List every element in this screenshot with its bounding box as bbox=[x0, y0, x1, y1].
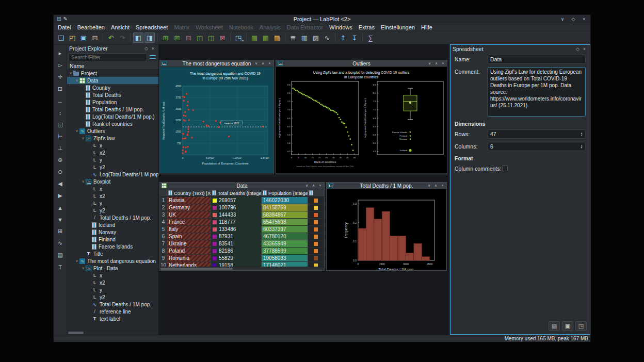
histogram-canvas[interactable]: 0.00.10.20.30150030004500FrequencyTotal … bbox=[327, 189, 446, 270]
subwindow-most-dangerous-equation[interactable]: The most dangerous equation ∨ ∧ × 750150… bbox=[159, 60, 274, 174]
cell-population[interactable]: 65475608 bbox=[262, 219, 308, 225]
explorer-horizontal-scrollbar[interactable] bbox=[67, 331, 158, 335]
columns-spinbox[interactable]: 6 ▲▼ bbox=[488, 142, 586, 151]
cell-extra[interactable] bbox=[308, 240, 324, 247]
menu-hilfe[interactable]: Hilfe bbox=[418, 24, 436, 31]
expand-chevron-icon[interactable]: ∨ bbox=[74, 129, 79, 133]
add-plot-button[interactable]: ⊞ bbox=[56, 227, 65, 235]
restore-icon[interactable]: ∧ bbox=[433, 184, 438, 188]
cell-country[interactable]: Germany bbox=[167, 204, 211, 211]
table-horizontal-scrollbar[interactable] bbox=[160, 267, 324, 270]
subwindow-titlebar[interactable]: Outliers ∨ ∧ × bbox=[276, 60, 447, 67]
menu-notebook[interactable]: Notebook bbox=[226, 24, 256, 31]
close-dock-icon[interactable]: × bbox=[581, 46, 588, 52]
shade-icon[interactable]: ∨ bbox=[427, 61, 432, 65]
expand-chevron-icon[interactable]: ∨ bbox=[68, 71, 73, 75]
spinbox-arrows-icon[interactable]: ▲▼ bbox=[579, 144, 584, 149]
subwindow-outliers[interactable]: Outliers ∨ ∧ × Using Zipf's law and a bo… bbox=[276, 60, 447, 174]
zoom-out-button[interactable]: ⊖ bbox=[56, 168, 65, 176]
row-number[interactable]: 8 bbox=[160, 248, 167, 254]
add-legend-button[interactable]: ▤ bbox=[56, 251, 65, 259]
scrollbar-thumb[interactable] bbox=[160, 268, 233, 270]
tree-item-y[interactable]: Ly bbox=[67, 200, 158, 207]
matrix-grid-button[interactable]: ▦ bbox=[261, 32, 271, 43]
restore-icon[interactable]: ∧ bbox=[261, 61, 265, 65]
expand-chevron-icon[interactable]: ∨ bbox=[81, 266, 86, 270]
expand-chevron-icon[interactable]: ∨ bbox=[74, 259, 79, 263]
cell-total-deaths[interactable]: 133486 bbox=[211, 226, 262, 233]
tree-item-x[interactable]: Lx bbox=[67, 185, 158, 192]
shift-left-button[interactable]: ◀ bbox=[56, 180, 65, 188]
tree-item-boxplot[interactable]: ∨Boxplot bbox=[67, 178, 158, 185]
cell-population[interactable]: 84158769 bbox=[262, 204, 308, 211]
cell-population[interactable]: 46780120 bbox=[262, 233, 308, 240]
cell-country[interactable]: Italy bbox=[167, 226, 211, 233]
tree-item-finland[interactable]: Finland bbox=[67, 236, 158, 243]
rows-spinbox[interactable]: 47 ▲▼ bbox=[488, 129, 586, 139]
tree-item-y[interactable]: Ly bbox=[67, 286, 158, 293]
cell-extra[interactable] bbox=[308, 211, 324, 218]
column-comments-checkbox[interactable] bbox=[502, 166, 508, 171]
tree-item-reference-line[interactable]: /reference line bbox=[67, 308, 158, 315]
tree-item-zipf-s-law[interactable]: ∨Zipf's law bbox=[67, 135, 158, 142]
insert-column-right-button[interactable]: ◫ bbox=[206, 32, 216, 43]
column-header-item[interactable] bbox=[308, 189, 324, 196]
cell-total-deaths[interactable]: 118777 bbox=[211, 219, 262, 225]
row-number[interactable]: 6 bbox=[160, 233, 167, 240]
menu-extras[interactable]: Extras bbox=[356, 24, 378, 31]
search-filter-input[interactable] bbox=[69, 53, 147, 61]
insert-row-above-button[interactable]: ⊞ bbox=[160, 32, 171, 43]
recalculate-button[interactable]: ∿ bbox=[322, 32, 332, 43]
zoom-y-select-button[interactable]: ↕ bbox=[56, 109, 65, 117]
row-statistics-button[interactable]: ≣ bbox=[288, 32, 298, 43]
tree-column-header[interactable]: Name bbox=[67, 62, 158, 70]
cell-total-deaths[interactable]: 100796 bbox=[211, 204, 262, 211]
auto-scale-y-button[interactable]: ⊥ bbox=[56, 144, 65, 152]
tree-item-iceland[interactable]: Iceland bbox=[67, 221, 158, 228]
subwindow-titlebar[interactable]: Data ∨ ∧ × bbox=[160, 183, 324, 189]
menu-worksheet[interactable]: Worksheet bbox=[192, 24, 226, 31]
menu-windows[interactable]: Windows bbox=[326, 24, 356, 31]
cell-population[interactable]: 43365949 bbox=[262, 240, 308, 247]
zoom-x-select-button[interactable]: ↔ bbox=[56, 97, 65, 105]
tree-item-y[interactable]: Ly bbox=[67, 156, 158, 163]
undo-button[interactable]: ↶ bbox=[106, 32, 116, 43]
cell-country[interactable]: Ukraine bbox=[167, 240, 211, 247]
tree-item-faeroe-islands[interactable]: Faeroe Islands bbox=[67, 243, 158, 250]
tree-item-total-deaths-1m-pop[interactable]: Total Deaths / 1M pop. bbox=[67, 106, 158, 113]
titlebar[interactable]: ⊞ ✎ Project — LabPlot <2> ∨ ◇ × bbox=[54, 15, 590, 23]
minimize-button[interactable]: ∨ bbox=[559, 17, 566, 22]
tree-item-plot-data[interactable]: ∨Plot - Data bbox=[67, 265, 158, 272]
remove-columns-button[interactable]: ⊠ bbox=[217, 32, 228, 43]
column-header-population-integer-y[interactable]: Population {Integer} [Y] bbox=[262, 189, 308, 196]
cell-population[interactable]: 146022030 bbox=[262, 197, 308, 204]
tree-item-y2[interactable]: Ly2 bbox=[67, 293, 158, 301]
menu-data-extractor[interactable]: Data Extractor bbox=[284, 24, 326, 31]
tree-item-total-deaths-1m-pop[interactable]: /Total Deaths / 1M pop. bbox=[67, 214, 158, 221]
new-project-button[interactable]: ❏ bbox=[56, 32, 66, 43]
restore-icon[interactable]: ∧ bbox=[311, 184, 316, 188]
remove-rows-button[interactable]: ⊟ bbox=[183, 32, 194, 43]
cell-population[interactable]: 37788599 bbox=[262, 248, 308, 254]
tree-item-log-total-deaths-1-m-pop[interactable]: ∿Log(Total Deaths/1 M pop.) bbox=[67, 171, 158, 178]
shade-icon[interactable]: ∨ bbox=[304, 184, 309, 188]
row-number[interactable]: 4 bbox=[160, 219, 167, 225]
cell-country[interactable]: Romania bbox=[167, 255, 211, 261]
tree-item-text-label[interactable]: Ttext label bbox=[67, 315, 158, 322]
sort-ascending-button[interactable]: ↥ bbox=[338, 32, 348, 43]
menu-einstellungen[interactable]: Einstellungen bbox=[378, 24, 418, 31]
tree-item-x[interactable]: Lx bbox=[67, 272, 158, 279]
insert-row-below-button[interactable]: ⊞ bbox=[172, 32, 182, 43]
row-number[interactable]: 7 bbox=[160, 240, 167, 247]
close-icon[interactable]: × bbox=[440, 184, 445, 188]
shade-icon[interactable]: ∨ bbox=[427, 184, 431, 188]
cell-extra[interactable] bbox=[308, 226, 324, 233]
maximize-button[interactable]: ◇ bbox=[570, 17, 576, 22]
auto-scale-button[interactable]: ◱ bbox=[56, 121, 65, 128]
expand-chevron-icon[interactable]: ∨ bbox=[81, 136, 86, 140]
close-dock-icon[interactable]: × bbox=[150, 46, 156, 51]
scrollbar-thumb[interactable] bbox=[68, 332, 84, 334]
mask-values-button[interactable]: ▨ bbox=[311, 32, 321, 43]
cell-country[interactable]: Poland bbox=[167, 248, 211, 254]
zoom-select-button[interactable]: ⊡ bbox=[56, 85, 65, 93]
